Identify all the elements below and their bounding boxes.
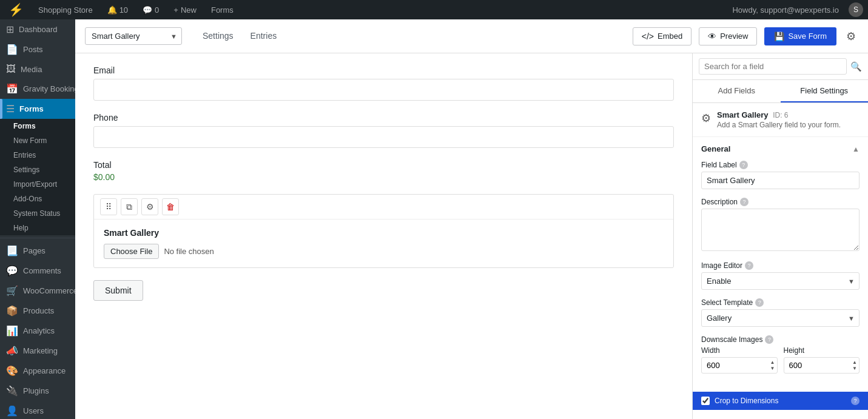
adminbar-notifications[interactable]: 🔔 10 xyxy=(104,0,132,19)
height-group: Height ▲ ▼ xyxy=(784,346,860,374)
downscale-images-help-icon[interactable]: ? xyxy=(765,335,773,344)
admin-bar: ⚡ Shopping Store 🔔 10 💬 0 + New Forms Ho… xyxy=(0,0,868,19)
width-spinner-up[interactable]: ▲ xyxy=(769,360,776,366)
tab-add-fields[interactable]: Add Fields xyxy=(693,80,781,102)
sidebar-item-users[interactable]: 👤 Users xyxy=(0,401,75,419)
image-editor-help-icon[interactable]: ? xyxy=(745,261,753,270)
adminbar-site-name[interactable]: Shopping Store xyxy=(35,0,96,19)
no-file-text: No file chosen xyxy=(164,247,214,256)
sidebar-item-products[interactable]: 📦 Products xyxy=(0,301,75,321)
height-input[interactable] xyxy=(784,357,860,374)
sidebar-sub-system-status[interactable]: System Status xyxy=(0,206,75,221)
adminbar-forms[interactable]: Forms xyxy=(207,0,237,19)
toolbar-move-button[interactable]: ⠿ xyxy=(100,198,117,215)
field-info-desc: Add a Smart Gallery field to your form. xyxy=(717,121,860,129)
email-field-block: Email xyxy=(93,65,674,101)
sidebar-item-comments[interactable]: 💬 Comments xyxy=(0,261,75,281)
description-label-text: Description xyxy=(701,198,738,206)
wp-logo[interactable]: ⚡ xyxy=(5,0,27,19)
gear-icon: ⚙ xyxy=(846,30,856,42)
sidebar-item-dashboard[interactable]: ⊞ Dashboard xyxy=(0,19,75,39)
description-group: Description ? xyxy=(701,198,860,253)
save-label: Save Form xyxy=(788,32,827,41)
toolbar-duplicate-button[interactable]: ⧉ xyxy=(121,198,138,215)
sidebar-item-posts[interactable]: 📄 Posts xyxy=(0,39,75,59)
topbar-nav-entries[interactable]: Entries xyxy=(242,26,286,47)
sidebar-item-analytics[interactable]: 📊 Analytics xyxy=(0,321,75,341)
sidebar-item-marketing[interactable]: 📣 Marketing xyxy=(0,341,75,361)
sidebar: ⊞ Dashboard 📄 Posts 🖼 Media 📅 Gravity Bo… xyxy=(0,19,75,419)
tab-field-settings[interactable]: Field Settings xyxy=(781,80,869,102)
sidebar-item-pages[interactable]: 📃 Pages xyxy=(0,241,75,261)
preview-button[interactable]: 👁 Preview xyxy=(699,27,757,45)
height-label: Height xyxy=(784,346,860,355)
total-field-block: Total $0.00 xyxy=(93,160,674,182)
crop-help-icon[interactable]: ? xyxy=(851,397,860,405)
general-section-chevron-icon: ▲ xyxy=(852,145,860,153)
height-spinner-down[interactable]: ▼ xyxy=(851,366,858,372)
smart-gallery-content: Smart Gallery Choose File No file chosen xyxy=(94,220,673,267)
crop-checkbox[interactable] xyxy=(701,397,710,405)
downscale-images-group: Downscale Images ? Width ▲ ▼ xyxy=(701,335,860,374)
field-info-id: ID: 6 xyxy=(773,111,788,119)
form-gear-button[interactable]: ⚙ xyxy=(844,27,858,45)
submit-button[interactable]: Submit xyxy=(93,280,143,301)
sidebar-item-plugins[interactable]: 🔌 Plugins xyxy=(0,381,75,401)
panel-search-input[interactable] xyxy=(699,58,847,75)
field-label-help-icon[interactable]: ? xyxy=(739,161,748,169)
gravity-booking-icon: 📅 xyxy=(6,83,18,95)
toolbar-delete-button[interactable]: 🗑 xyxy=(162,198,179,215)
sidebar-item-dashboard-label: Dashboard xyxy=(19,25,58,34)
sidebar-item-forms-label: Forms xyxy=(19,104,44,113)
sidebar-item-woocommerce[interactable]: 🛒 WooCommerce xyxy=(0,281,75,301)
form-select[interactable]: Smart Gallery xyxy=(85,27,182,45)
adminbar-avatar[interactable]: S xyxy=(849,2,863,17)
sidebar-item-marketing-label: Marketing xyxy=(23,346,58,355)
notifications-count: 10 xyxy=(119,5,128,15)
email-field-label: Email xyxy=(93,65,674,75)
save-form-button[interactable]: 💾 Save Form xyxy=(764,27,836,45)
select-template-group: Select Template ? Gallery ▼ xyxy=(701,298,860,327)
sidebar-item-media[interactable]: 🖼 Media xyxy=(0,59,75,79)
description-help-icon[interactable]: ? xyxy=(740,198,749,206)
sidebar-sub-settings[interactable]: Settings xyxy=(0,163,75,177)
sidebar-sub-forms[interactable]: Forms xyxy=(0,119,75,133)
adminbar-new[interactable]: + New xyxy=(170,0,200,19)
choose-file-button[interactable]: Choose File xyxy=(104,244,159,259)
embed-button[interactable]: </> Embed xyxy=(633,27,691,45)
analytics-icon: 📊 xyxy=(6,325,18,337)
field-label-input[interactable] xyxy=(701,172,860,189)
comments-count: 0 xyxy=(155,5,159,15)
general-section-header[interactable]: General ▲ xyxy=(701,144,860,153)
topbar-nav-settings[interactable]: Settings xyxy=(194,26,242,47)
sidebar-item-users-label: Users xyxy=(23,406,44,415)
sidebar-sub-add-ons[interactable]: Add-Ons xyxy=(0,192,75,206)
sidebar-item-appearance[interactable]: 🎨 Appearance xyxy=(0,361,75,381)
phone-field-input[interactable] xyxy=(93,126,674,148)
posts-icon: 📄 xyxy=(6,44,18,55)
topbar-nav: Settings Entries xyxy=(194,26,285,47)
width-input[interactable] xyxy=(701,357,778,374)
select-template-select[interactable]: Gallery xyxy=(701,309,860,327)
adminbar-comments[interactable]: 💬 0 xyxy=(139,0,163,19)
sidebar-sub-import-export[interactable]: Import/Export xyxy=(0,177,75,192)
total-field-value: $0.00 xyxy=(93,172,674,182)
sidebar-sub-entries[interactable]: Entries xyxy=(0,148,75,163)
sidebar-item-forms[interactable]: ☰ Forms xyxy=(0,99,75,119)
panel-search: 🔍 xyxy=(693,53,868,80)
form-canvas: Email Phone Total $0.00 ⠿ ⧉ xyxy=(75,53,692,419)
sidebar-item-media-label: Media xyxy=(21,65,42,74)
sidebar-sub-help[interactable]: Help xyxy=(0,221,75,235)
users-icon: 👤 xyxy=(6,405,18,417)
width-spinner-down[interactable]: ▼ xyxy=(769,366,776,372)
sidebar-item-pages-label: Pages xyxy=(23,246,45,255)
toolbar-settings-button[interactable]: ⚙ xyxy=(141,198,158,215)
sidebar-item-gravity-booking[interactable]: 📅 Gravity Booking xyxy=(0,79,75,99)
height-spinner-up[interactable]: ▲ xyxy=(851,360,858,366)
select-template-help-icon[interactable]: ? xyxy=(755,298,764,307)
image-editor-select[interactable]: Enable xyxy=(701,272,860,290)
sidebar-sub-new-form[interactable]: New Form xyxy=(0,133,75,148)
email-field-input[interactable] xyxy=(93,79,674,101)
total-field-label: Total xyxy=(93,160,674,170)
description-textarea[interactable] xyxy=(701,209,860,251)
